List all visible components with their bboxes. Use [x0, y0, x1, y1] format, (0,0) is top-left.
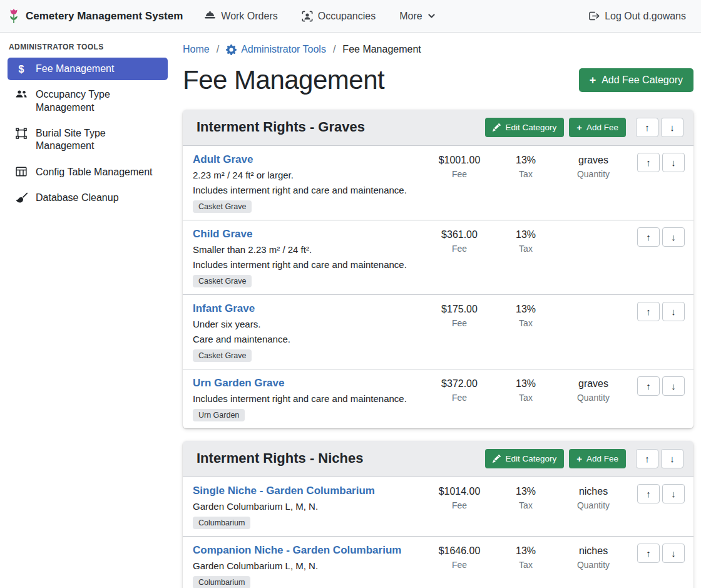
- fee-name-link[interactable]: Adult Grave: [193, 153, 253, 166]
- fee-amount-column: $1001.00 Fee: [424, 153, 494, 179]
- sidebar-item-database-cleanup[interactable]: Database Cleanup: [8, 187, 168, 209]
- arrow-down-icon: ↓: [671, 381, 676, 391]
- breadcrumb-home-link[interactable]: Home: [183, 43, 210, 56]
- page-title: Fee Management: [183, 64, 384, 97]
- fee-info: Companion Niche - Garden Columbarium Gar…: [193, 544, 424, 588]
- add-fee-label: Add Fee: [586, 454, 618, 463]
- arrow-down-icon: ↓: [671, 157, 676, 168]
- move-fee-down-button[interactable]: ↓: [662, 484, 685, 503]
- tax-value: 13%: [494, 544, 557, 557]
- move-fee-down-button[interactable]: ↓: [662, 153, 685, 172]
- arrow-up-icon: ↑: [646, 381, 651, 391]
- move-fee-up-button[interactable]: ↑: [637, 227, 660, 247]
- fee-type-badge: Casket Grave: [193, 200, 252, 213]
- tax-label: Tax: [494, 244, 557, 254]
- arrow-up-icon: ↑: [645, 453, 650, 464]
- move-fee-up-button[interactable]: ↑: [637, 376, 660, 396]
- move-fee-up-button[interactable]: ↑: [637, 153, 660, 172]
- move-category-up-button[interactable]: ↑: [636, 449, 658, 468]
- move-fee-down-button[interactable]: ↓: [662, 227, 685, 247]
- fee-amount: $175.00: [424, 302, 494, 316]
- arrow-down-icon: ↓: [671, 232, 676, 242]
- fee-type-badge: Columbarium: [193, 576, 250, 588]
- tax-label: Tax: [494, 318, 557, 328]
- fee-description: Under six years.: [193, 318, 419, 330]
- fee-description: Includes interment right and care and ma…: [193, 393, 419, 405]
- main-content: Home / Administrator Tools / Fee Managem…: [175, 33, 701, 588]
- arrow-up-icon: ↑: [646, 157, 651, 168]
- fee-name-link[interactable]: Infant Grave: [193, 302, 255, 315]
- nav-more[interactable]: More: [399, 11, 435, 22]
- fee-reorder-controls: ↑ ↓: [632, 376, 685, 396]
- tax-label: Tax: [494, 560, 557, 570]
- pencil-icon: [493, 123, 501, 132]
- fee-type-badge: Columbarium: [193, 517, 250, 529]
- quantity-value: niches: [557, 485, 630, 498]
- people-icon: [15, 89, 28, 99]
- sidebar-item-burial-site-type-management[interactable]: Burial Site Type Management: [8, 122, 168, 158]
- fee-amount-column: $1014.00 Fee: [424, 484, 494, 510]
- fee-row: Child Grave Smaller than 2.23 m² / 24 ft…: [183, 220, 693, 295]
- fee-reorder-controls: ↑ ↓: [632, 302, 685, 321]
- sidebar-item-label: Config Table Management: [36, 166, 153, 178]
- category-title: Interment Rights - Niches: [197, 449, 480, 468]
- plus-icon: +: [590, 75, 596, 86]
- fee-row: Single Niche - Garden Columbarium Garden…: [183, 477, 693, 537]
- fee-info: Child Grave Smaller than 2.23 m² / 24 ft…: [193, 227, 424, 287]
- hard-hat-icon: [204, 11, 216, 21]
- breadcrumb-admin-tools-link[interactable]: Administrator Tools: [226, 43, 326, 56]
- fee-description: Care and maintenance.: [193, 333, 419, 345]
- plus-icon: +: [576, 123, 582, 132]
- tax-column: 13% Tax: [494, 153, 557, 179]
- sidebar-item-config-table-management[interactable]: Config Table Management: [8, 161, 168, 183]
- arrow-up-icon: ↑: [646, 488, 651, 499]
- edit-category-button[interactable]: Edit Category: [485, 449, 564, 468]
- move-category-down-button[interactable]: ↓: [661, 118, 683, 137]
- brand-title: Cemetery Management System: [26, 10, 183, 23]
- sidebar: Administrator Tools $ Fee Management Occ…: [0, 33, 175, 588]
- fee-amount-label: Fee: [424, 169, 494, 179]
- sidebar-item-fee-management[interactable]: $ Fee Management: [8, 58, 168, 80]
- fee-reorder-controls: ↑ ↓: [632, 544, 685, 563]
- tax-value: 13%: [494, 485, 557, 498]
- tax-value: 13%: [494, 302, 557, 316]
- move-fee-up-button[interactable]: ↑: [637, 302, 660, 321]
- add-fee-category-button[interactable]: + Add Fee Category: [579, 68, 693, 92]
- person-bounding-box-icon: [302, 11, 313, 22]
- move-category-up-button[interactable]: ↑: [636, 118, 658, 137]
- fee-name-link[interactable]: Child Grave: [193, 227, 252, 240]
- logout-link[interactable]: Log Out d.gowans: [588, 11, 686, 22]
- arrow-down-icon: ↓: [670, 453, 675, 464]
- nav-work-orders[interactable]: Work Orders: [204, 11, 277, 22]
- arrow-up-icon: ↑: [645, 122, 650, 133]
- move-fee-up-button[interactable]: ↑: [637, 544, 660, 563]
- edit-category-button[interactable]: Edit Category: [485, 118, 564, 137]
- fee-amount: $1001.00: [424, 153, 494, 167]
- category-reorder-controls: ↑ ↓: [636, 449, 683, 468]
- quantity-column: graves Quantity: [557, 153, 630, 179]
- move-fee-down-button[interactable]: ↓: [662, 302, 685, 321]
- move-category-down-button[interactable]: ↓: [661, 449, 683, 468]
- brand-link[interactable]: Cemetery Management System: [6, 8, 183, 24]
- nav-occupancies[interactable]: Occupancies: [302, 11, 376, 22]
- nav-work-orders-label: Work Orders: [221, 11, 277, 22]
- fee-name-link[interactable]: Urn Garden Grave: [193, 376, 284, 389]
- category-header: Interment Rights - Niches Edit Category …: [183, 441, 693, 477]
- dollar-icon: $: [15, 63, 28, 75]
- fee-name-link[interactable]: Single Niche - Garden Columbarium: [193, 484, 375, 497]
- fee-row: Adult Grave 2.23 m² / 24 ft² or larger. …: [183, 146, 693, 220]
- fee-name-link[interactable]: Companion Niche - Garden Columbarium: [193, 544, 401, 557]
- add-fee-button[interactable]: + Add Fee: [569, 118, 626, 137]
- move-fee-down-button[interactable]: ↓: [662, 376, 685, 396]
- add-fee-button[interactable]: + Add Fee: [569, 449, 626, 468]
- gear-icon: [226, 44, 237, 55]
- bounding-box-icon: [15, 128, 28, 139]
- quantity-column: graves Quantity: [557, 376, 630, 403]
- move-fee-up-button[interactable]: ↑: [637, 484, 660, 503]
- tax-label: Tax: [494, 169, 557, 179]
- move-fee-down-button[interactable]: ↓: [662, 544, 685, 563]
- breadcrumb-admin-tools-label: Administrator Tools: [241, 43, 326, 56]
- add-fee-label: Add Fee: [586, 123, 618, 132]
- fee-amount: $361.00: [424, 228, 494, 241]
- sidebar-item-occupancy-type-management[interactable]: Occupancy Type Management: [8, 83, 168, 119]
